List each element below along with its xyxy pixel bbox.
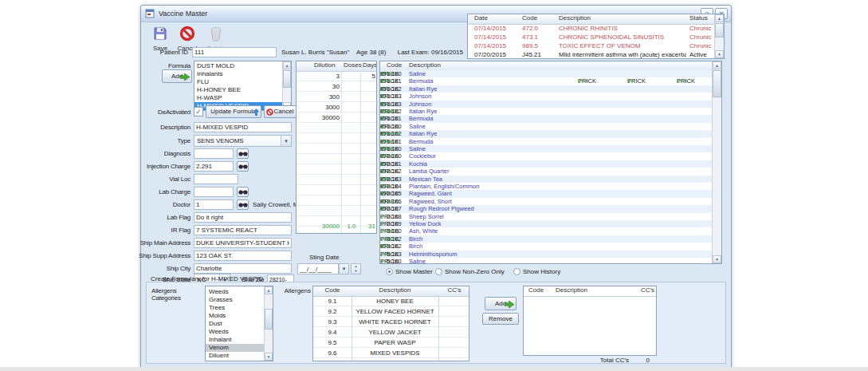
category-item[interactable]: Molds <box>206 312 265 320</box>
update-formula-button[interactable]: Update Formula <box>206 105 261 118</box>
type-select[interactable]: SENS VENOMS ▾ <box>194 135 292 147</box>
allergen-row[interactable]: 9.1HONEY BEE <box>313 296 469 306</box>
allergy-grid-scrollbar[interactable]: ▲ ▼ <box>712 61 721 263</box>
scroll-up-icon[interactable]: ▲ <box>283 61 291 69</box>
diagnosis-search-button[interactable] <box>237 148 249 159</box>
scroll-thumb[interactable] <box>283 70 291 88</box>
category-item[interactable]: Grasses <box>206 296 265 304</box>
dilution-row[interactable]: 300 <box>297 92 377 102</box>
radio-option-show-master[interactable]: Show Master <box>386 267 433 277</box>
categories-scrollbar[interactable]: ▲ ▼ <box>264 286 273 361</box>
allergy-test-row[interactable]: 2.103Mexican TeaPRICK 2++ID 2++ <box>380 176 713 183</box>
category-item[interactable]: Venom <box>206 344 265 352</box>
formula-item[interactable]: H-WASP <box>194 94 284 102</box>
allergy-test-row[interactable]: 3.102BirchPRICK 0 0 0 <box>380 235 713 243</box>
radio-option-show-non-zero-only[interactable]: Show Non-Zero Only <box>435 267 505 277</box>
doctor-input[interactable] <box>194 199 234 210</box>
scroll-up-icon[interactable]: ▲ <box>265 286 273 294</box>
maintenance-row[interactable]: 30000 1.0 31 <box>297 221 377 231</box>
ship-main-address-input[interactable] <box>194 238 292 248</box>
allergy-test-row[interactable]: 2.100CockleburPRICK 0ID 3+++ <box>380 152 713 160</box>
allergen-row[interactable]: 9.5PAPER WASP <box>313 337 469 348</box>
patient-name: Susan L. Burris "Susan" <box>281 49 349 56</box>
category-item[interactable]: Dust <box>206 320 265 328</box>
scroll-thumb[interactable] <box>715 23 724 37</box>
formula-item[interactable]: Inhalants <box>194 70 284 78</box>
scroll-down-icon[interactable]: ▼ <box>265 353 273 361</box>
ir-flag-input[interactable] <box>194 225 292 235</box>
scroll-thumb[interactable] <box>265 309 273 330</box>
diagnosis-row[interactable]: 07/14/2015472.0CHRONIC RHINITISChronic <box>468 24 716 33</box>
formula-item[interactable]: H-HONEY BEE <box>194 86 284 94</box>
allergy-test-row[interactable]: 1.101BermudaPRICK 2++ID 2++PRICK 2++PRIC… <box>380 77 713 85</box>
allergy-test-row[interactable]: 1.100SalinePRICK 0ID 0 <box>380 123 713 130</box>
allergen-row[interactable]: 9.2YELLOW FACED HORNET <box>313 306 469 317</box>
cancel-formula-button[interactable]: Cancel <box>264 105 297 118</box>
ship-supp-address-input[interactable] <box>194 251 292 261</box>
allergy-test-row[interactable]: 1.103JohnsonPRICK 1+ID 0 <box>380 101 713 108</box>
spinner-down-icon[interactable]: ▼ <box>352 269 360 274</box>
deactivated-checkbox[interactable]: ✓ <box>194 107 203 116</box>
allergy-test-row[interactable]: 1.100SalinePRICK 3+++ID 0 <box>380 70 713 77</box>
allergy-test-row[interactable]: 1.100SalinePRICK 3+++ID 2++ <box>380 145 713 152</box>
allergy-test-row[interactable]: 2.104Plantain, English/CommonPRICK 0ID 2… <box>380 183 713 190</box>
dilution-row[interactable]: 30 <box>297 81 377 92</box>
allergy-test-row[interactable]: 2.107Rough Redroot PigweedPRICK 0ID 0 <box>380 205 713 212</box>
allergy-test-row[interactable]: 1.102Italian RyePRICK 5+++++ID 2++ <box>380 130 713 137</box>
scroll-down-icon[interactable]: ▼ <box>713 255 721 263</box>
cancel-no-entry-icon <box>179 26 195 41</box>
ship-city-input[interactable] <box>194 263 292 274</box>
allergy-test-row[interactable]: 2.101KochiaPRICK 1+ID 0 <box>380 160 713 168</box>
description-input[interactable] <box>194 122 292 132</box>
injection-charge-input[interactable] <box>194 161 234 172</box>
dilution-row[interactable]: 3000 <box>297 102 377 112</box>
scroll-up-icon[interactable]: ▲ <box>713 61 721 69</box>
category-item[interactable]: Inhalant <box>206 336 265 344</box>
allergy-test-row[interactable]: 2.105Ragweed, GiantPRICK 2++ID 0 <box>380 190 713 197</box>
allergy-test-row[interactable]: 5.103HelminthosporiumPRICK 2++ <box>380 251 713 258</box>
formulary-panel: Allergens Categories WeedsGrassesTreesMo… <box>146 282 726 364</box>
diagnosis-input[interactable] <box>194 148 234 159</box>
sting-date-spinner[interactable]: ▲ ▼ <box>351 263 361 274</box>
allergy-test-row[interactable]: 5.100SalinePRICK 1+ <box>380 258 713 264</box>
category-item[interactable]: Trees <box>206 304 265 312</box>
allergen-row[interactable]: 9.4YELLOW JACKET <box>313 327 469 337</box>
scroll-up-icon[interactable]: ▲ <box>715 14 724 22</box>
patient-id-input[interactable] <box>192 47 277 57</box>
category-item[interactable]: Diluent <box>206 352 265 360</box>
formula-scrollbar[interactable]: ▲ ▼ <box>282 61 291 110</box>
lab-charge-search-button[interactable] <box>237 187 249 197</box>
remove-allergen-button[interactable]: Remove <box>482 313 519 325</box>
add-formula-button[interactable]: Add <box>162 69 192 83</box>
injection-charge-search-button[interactable] <box>237 161 249 172</box>
allergy-test-row[interactable]: 2.109Yellow DockPRICK 0 <box>380 220 713 227</box>
lab-flag-input[interactable] <box>194 212 292 223</box>
formula-item[interactable]: FLU <box>194 78 284 86</box>
add-allergen-button[interactable]: Add <box>485 297 516 310</box>
doctor-search-button[interactable] <box>237 199 249 210</box>
allergen-row[interactable]: 9.3WHITE FACED HORNET <box>313 317 469 327</box>
allergy-test-row[interactable]: 2.106Ragweed, ShortPRICK 3+++ID 0 <box>380 198 713 205</box>
radio-option-show-history[interactable]: Show History <box>513 267 560 277</box>
category-item[interactable]: Weeds <box>206 288 265 296</box>
scroll-thumb[interactable] <box>713 70 721 97</box>
allergy-test-row[interactable]: 3.102BirchPRICK 0ID 2++ <box>380 243 713 250</box>
dilution-row[interactable]: 35 <box>297 71 377 81</box>
allergy-test-row[interactable]: 2.108Sheep SorrelPRICK 0 <box>380 213 713 220</box>
allergy-test-row[interactable]: 3.100Ash, WhitePRICK 3+++ <box>380 227 713 235</box>
diagnosis-row[interactable]: 07/14/2015473.1CHRONIC SPHENOIDAL SINUSI… <box>468 33 716 41</box>
allergy-test-row[interactable]: 2.102Lamba QuarterPRICK 2++ID 0 <box>380 168 713 175</box>
allergy-test-row[interactable]: 1.103JohnsonPRICK 0ID 0 <box>380 93 713 100</box>
vial-loc-input[interactable] <box>194 174 238 184</box>
category-item[interactable]: Weeds <box>206 328 265 336</box>
allergen-row[interactable]: 9.6MIXED VESPIDS <box>313 348 469 358</box>
sting-date-dropdown-button[interactable]: ▾ <box>339 263 349 274</box>
formula-item[interactable]: DUST MOLD <box>194 62 284 70</box>
allergy-test-row[interactable]: 1.101BermudaPRICK 2++ID 3+++ <box>380 138 713 145</box>
allergy-test-row[interactable]: 1.101BermudaPRICK 0ID 0 <box>380 115 713 122</box>
allergy-test-row[interactable]: 1.102Italian RyePRICK 0ID 0 <box>380 85 713 93</box>
allergy-test-row[interactable]: 1.102Italian RyePRICK 0 0 0ID 3+++ <box>380 108 713 115</box>
lab-charge-input[interactable] <box>194 187 234 197</box>
dilution-row[interactable]: 30000 <box>297 112 377 123</box>
sting-date-input[interactable] <box>297 263 339 274</box>
